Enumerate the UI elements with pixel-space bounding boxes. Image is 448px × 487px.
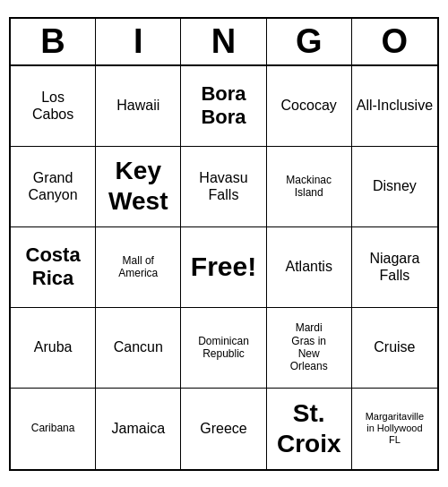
cell-text: Los Cabos [32, 89, 73, 123]
header-letter: N [181, 19, 266, 64]
cell-text: Dominican Republic [198, 335, 249, 361]
bingo-cell: Dominican Republic [181, 308, 266, 389]
cell-text: Caribana [31, 422, 75, 434]
bingo-cell: Margaritaville in Hollywood FL [352, 389, 437, 469]
cell-text: Mardi Gras in New Orleans [290, 321, 328, 373]
cell-text: Cruise [374, 338, 415, 355]
bingo-cell: Los Cabos [11, 66, 96, 147]
cell-text: Mall of America [118, 254, 158, 280]
bingo-cell: Caribana [11, 389, 96, 469]
cell-text: Mackinac Island [286, 174, 332, 200]
cell-text: Aruba [34, 338, 73, 355]
bingo-cell: Greece [181, 389, 266, 469]
header-letter: O [352, 19, 437, 64]
bingo-cell: Costa Rica [11, 227, 96, 308]
bingo-cell: Disney [352, 147, 437, 227]
bingo-cell: Bora Bora [181, 66, 266, 147]
bingo-grid: Los CabosHawaiiBora BoraCococayAll-Inclu… [11, 66, 437, 469]
cell-text: Cancun [114, 338, 163, 355]
cell-text: Cococay [281, 97, 337, 114]
bingo-cell: Mardi Gras in New Orleans [267, 308, 352, 389]
bingo-cell: Grand Canyon [11, 147, 96, 227]
cell-text: Margaritaville in Hollywood FL [366, 411, 424, 447]
bingo-cell: Mall of America [96, 227, 181, 308]
cell-text: Havasu Falls [199, 169, 247, 203]
bingo-card: BINGO Los CabosHawaiiBora BoraCococayAll… [9, 17, 439, 471]
cell-text: Disney [373, 177, 417, 194]
cell-text: All-Inclusive [357, 97, 433, 114]
cell-text: Greece [200, 420, 246, 437]
cell-text: Hawaii [116, 97, 159, 114]
bingo-cell: Jamaica [96, 389, 181, 469]
bingo-cell: St. Croix [267, 389, 352, 469]
bingo-header: BINGO [11, 19, 437, 66]
bingo-cell: Cruise [352, 308, 437, 389]
bingo-cell: Cancun [96, 308, 181, 389]
cell-text: Niagara Falls [369, 250, 419, 284]
cell-text: Key West [108, 156, 168, 216]
cell-text: Jamaica [112, 420, 166, 437]
bingo-cell: Niagara Falls [352, 227, 437, 308]
bingo-cell: Cococay [267, 66, 352, 147]
cell-text: Atlantis [285, 258, 332, 275]
header-letter: G [267, 19, 352, 64]
cell-text: Bora Bora [201, 82, 246, 130]
bingo-cell: Aruba [11, 308, 96, 389]
bingo-cell: Atlantis [267, 227, 352, 308]
cell-text: Free! [191, 251, 256, 283]
header-letter: I [96, 19, 181, 64]
bingo-cell: Hawaii [96, 66, 181, 147]
cell-text: St. Croix [277, 398, 341, 458]
cell-text: Costa Rica [26, 244, 81, 291]
header-letter: B [11, 19, 96, 64]
bingo-cell: Key West [96, 147, 181, 227]
bingo-cell: Havasu Falls [181, 147, 266, 227]
bingo-cell: All-Inclusive [352, 66, 437, 147]
bingo-cell: Mackinac Island [267, 147, 352, 227]
bingo-cell: Free! [181, 227, 266, 308]
cell-text: Grand Canyon [29, 169, 78, 203]
